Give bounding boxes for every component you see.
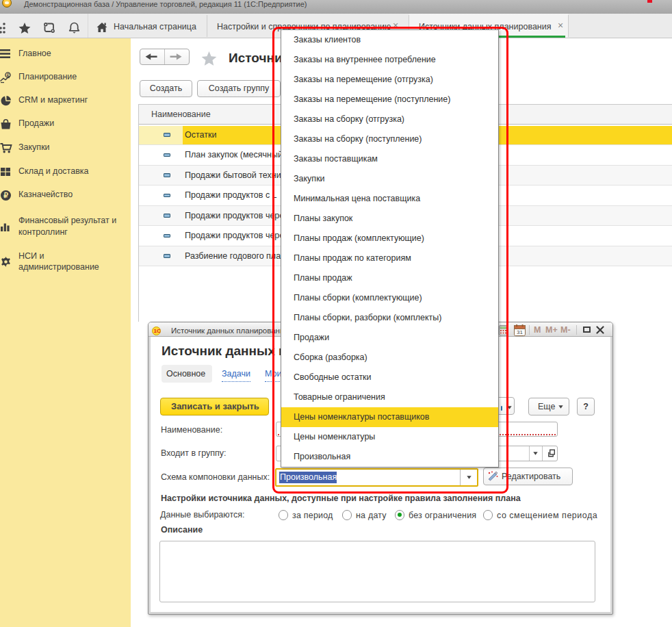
svg-text:31: 31	[517, 329, 523, 335]
svg-text:₽: ₽	[3, 191, 8, 199]
